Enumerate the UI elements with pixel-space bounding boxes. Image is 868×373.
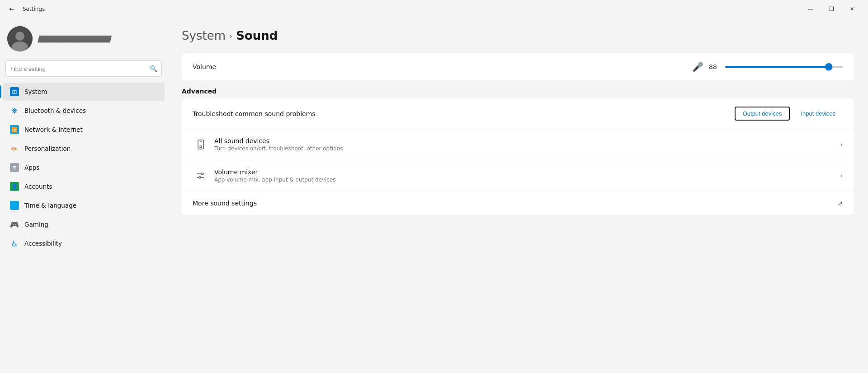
sidebar-item-network[interactable]: 📶 Network & internet <box>3 121 165 139</box>
sidebar-label-network: Network & internet <box>24 126 83 133</box>
all-sound-devices-title: All sound devices <box>214 137 840 145</box>
breadcrumb-current: Sound <box>236 29 278 42</box>
sidebar-label-gaming: Gaming <box>24 221 48 228</box>
user-section: ████████████████ <box>0 22 167 59</box>
troubleshoot-label: Troubleshoot common sound problems <box>193 110 727 117</box>
accounts-icon: 👤 <box>10 182 19 191</box>
volume-slider[interactable] <box>725 66 843 68</box>
network-icon: 📶 <box>10 125 19 134</box>
gaming-icon: 🎮 <box>10 220 19 229</box>
troubleshoot-buttons: Output devices Input devices <box>735 107 843 121</box>
titlebar-title: Settings <box>23 6 45 12</box>
svg-point-4 <box>200 146 202 148</box>
troubleshoot-row: Troubleshoot common sound problems Outpu… <box>182 98 854 129</box>
external-link-icon: ↗ <box>837 200 843 207</box>
all-sound-devices-desc: Turn devices on/off, troubleshoot, other… <box>214 145 840 152</box>
sidebar-item-accessibility[interactable]: ♿ Accessibility <box>3 234 165 252</box>
volume-mixer-desc: App volume mix, app input & output devic… <box>214 177 840 183</box>
output-devices-button[interactable]: Output devices <box>735 107 790 121</box>
user-name-blurred: ████████████████ <box>38 36 110 42</box>
volume-mixer-title: Volume mixer <box>214 168 840 176</box>
main-content: System › Sound Volume 🎤 88 Advanced <box>167 18 868 373</box>
volume-mixer-row[interactable]: Volume mixer App volume mix, app input &… <box>182 160 854 191</box>
sidebar-item-accounts[interactable]: 👤 Accounts <box>3 177 165 196</box>
chevron-right-icon: › <box>840 141 843 148</box>
sidebar-item-bluetooth[interactable]: ❋ Bluetooth & devices <box>3 102 165 120</box>
chevron-right-icon-2: › <box>840 172 843 179</box>
volume-mixer-icon <box>193 168 209 184</box>
sidebar-label-personalization: Personalization <box>24 145 71 152</box>
advanced-section-label: Advanced <box>182 88 854 95</box>
all-sound-devices-row[interactable]: All sound devices Turn devices on/off, t… <box>182 129 854 160</box>
sidebar: ████████████████ 🔍 ⊡ System ❋ Bluetooth … <box>0 18 167 373</box>
accessibility-icon: ♿ <box>10 239 19 248</box>
search-icon: 🔍 <box>150 65 157 72</box>
all-sound-devices-info: All sound devices Turn devices on/off, t… <box>214 137 840 152</box>
back-button[interactable]: ← <box>5 3 18 15</box>
sidebar-item-gaming[interactable]: 🎮 Gaming <box>3 215 165 233</box>
avatar <box>7 26 33 51</box>
sidebar-item-apps[interactable]: ⊞ Apps <box>3 159 165 177</box>
volume-controls: 🎤 88 <box>692 61 843 72</box>
close-button[interactable]: ✕ <box>842 2 863 16</box>
search-input[interactable] <box>5 61 162 77</box>
breadcrumb: System › Sound <box>182 29 854 42</box>
input-devices-button[interactable]: Input devices <box>793 107 843 121</box>
search-box: 🔍 <box>5 61 162 77</box>
volume-mixer-info: Volume mixer App volume mix, app input &… <box>214 168 840 183</box>
more-sound-settings-row[interactable]: More sound settings ↗ <box>182 191 854 215</box>
system-icon: ⊡ <box>10 87 19 96</box>
sidebar-label-bluetooth: Bluetooth & devices <box>24 107 86 114</box>
advanced-card: Troubleshoot common sound problems Outpu… <box>182 98 854 215</box>
volume-fill <box>725 66 829 68</box>
apps-icon: ⊞ <box>10 163 19 172</box>
svg-point-1 <box>15 32 24 41</box>
volume-card: Volume 🎤 88 <box>182 53 854 80</box>
breadcrumb-chevron: › <box>229 31 232 41</box>
window-controls: — ❐ ✕ <box>800 2 863 16</box>
microphone-icon: 🎤 <box>692 61 703 72</box>
titlebar: ← Settings — ❐ ✕ <box>0 0 868 18</box>
volume-number: 88 <box>709 63 720 70</box>
volume-label: Volume <box>193 63 216 70</box>
sidebar-item-personalization[interactable]: ✏ Personalization <box>3 140 165 158</box>
sidebar-item-time[interactable]: 🌐 Time & language <box>3 196 165 214</box>
volume-thumb[interactable] <box>825 63 832 70</box>
svg-point-8 <box>202 173 203 175</box>
minimize-button[interactable]: — <box>800 2 821 16</box>
time-icon: 🌐 <box>10 201 19 210</box>
sound-devices-icon <box>193 136 209 153</box>
sidebar-label-apps: Apps <box>24 164 39 171</box>
more-sound-settings-label: More sound settings <box>193 200 837 207</box>
sidebar-item-system[interactable]: ⊡ System <box>3 83 165 101</box>
sidebar-label-time: Time & language <box>24 202 76 209</box>
sidebar-label-system: System <box>24 88 47 95</box>
volume-row: Volume 🎤 88 <box>182 53 854 80</box>
sidebar-label-accounts: Accounts <box>24 183 52 190</box>
breadcrumb-parent[interactable]: System <box>182 29 226 42</box>
personalization-icon: ✏ <box>10 144 19 153</box>
maximize-button[interactable]: ❐ <box>821 2 842 16</box>
sidebar-label-accessibility: Accessibility <box>24 240 62 247</box>
svg-point-11 <box>199 177 201 178</box>
bluetooth-icon: ❋ <box>10 106 19 115</box>
